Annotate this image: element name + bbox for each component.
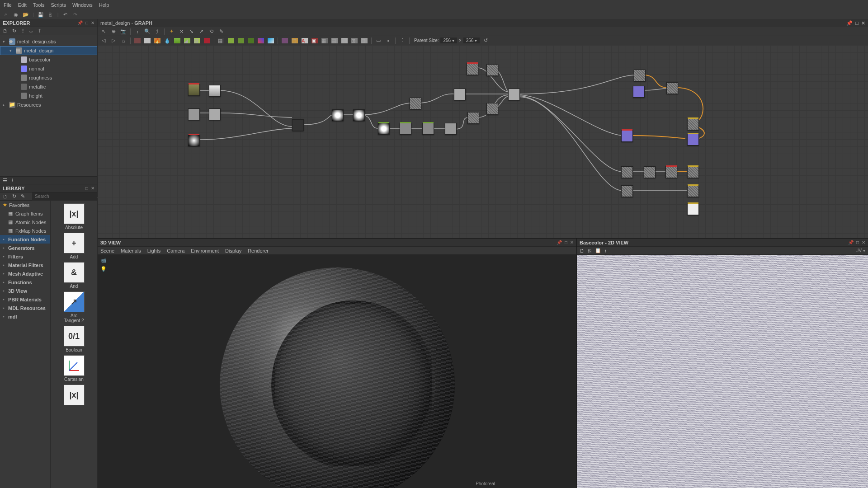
node[interactable] <box>454 89 466 100</box>
tree-graph-metal-design[interactable]: ▾ ▦ metal_design <box>0 46 97 55</box>
publish-icon[interactable]: ⬆ <box>38 28 42 34</box>
lib-item-arctan2[interactable]: ↗Arc Tangent 2 <box>63 291 85 323</box>
shuffle-icon[interactable]: ⤨ <box>177 28 185 35</box>
node[interactable] <box>209 108 221 120</box>
node[interactable] <box>400 123 411 135</box>
lib-item-add[interactable]: +Add <box>63 233 85 259</box>
pin-icon[interactable]: 📌 <box>77 20 83 25</box>
lib-cat-function-nodes[interactable]: ▸Function Nodes <box>0 235 50 244</box>
lib-item-and[interactable]: &And <box>63 262 85 289</box>
camera-icon[interactable]: 📷 <box>119 28 127 35</box>
maximize-icon[interactable]: □ <box>856 240 859 245</box>
swatch-12[interactable] <box>247 37 255 44</box>
home-icon[interactable]: ⌂ <box>119 37 127 44</box>
new-icon[interactable]: 🗋 <box>3 28 8 34</box>
swatch-22[interactable]: ⊞ <box>350 37 359 44</box>
parent-size-x[interactable]: 256 ▾ <box>440 38 457 43</box>
maximize-icon[interactable]: □ <box>565 240 567 245</box>
swatch-14[interactable] <box>267 37 275 44</box>
node[interactable] <box>508 89 520 100</box>
graph-canvas[interactable] <box>98 45 868 238</box>
swatch-7[interactable]: ▦ <box>193 37 201 44</box>
arrow-up-icon[interactable]: ↗ <box>197 28 205 35</box>
folder-open-icon[interactable]: 📂 <box>23 11 29 18</box>
lib-cat-mdl[interactable]: ▸mdl <box>0 312 50 321</box>
lib-cat-functions[interactable]: ▸Functions <box>0 278 50 286</box>
viewport-camera-icon[interactable]: 📹 <box>100 258 107 263</box>
branch-icon[interactable]: ⤴ <box>153 28 161 35</box>
node[interactable] <box>644 166 656 178</box>
swatch-19[interactable]: ▦ <box>321 37 329 44</box>
pointer-icon[interactable]: ↖ <box>99 28 108 35</box>
menu-tools[interactable]: Tools <box>33 2 45 8</box>
highlight-icon[interactable]: ✦ <box>167 28 175 35</box>
view3d-menu-renderer[interactable]: Renderer <box>248 248 269 253</box>
node[interactable] <box>621 185 633 197</box>
save-all-icon[interactable]: ⎘ <box>47 11 54 18</box>
edit-icon[interactable]: ✎ <box>21 193 25 199</box>
close-icon[interactable]: ✕ <box>91 186 94 191</box>
export-icon[interactable]: ⇪ <box>21 28 25 34</box>
tree-output-normal[interactable]: normal <box>0 64 97 73</box>
swatch-17[interactable]: A <box>301 37 309 44</box>
maximize-icon[interactable]: □ <box>85 186 88 191</box>
view2d-clipboard-icon[interactable]: 📋 <box>595 248 601 253</box>
tree-output-metallic[interactable]: metallic <box>0 82 97 91</box>
library-search-input[interactable] <box>32 194 95 199</box>
swatch-15[interactable] <box>281 37 289 44</box>
menu-windows[interactable]: Windows <box>72 2 93 8</box>
view3d-menu-environment[interactable]: Environment <box>191 248 219 253</box>
view3d-viewport[interactable]: 📹 💡 Photoreal <box>98 255 576 488</box>
tree-output-roughness[interactable]: roughness <box>0 73 97 82</box>
node[interactable] <box>188 135 200 146</box>
swatch-10[interactable] <box>227 37 235 44</box>
nav-right-icon[interactable]: ▷ <box>109 37 118 44</box>
refresh-icon[interactable]: ↻ <box>12 28 16 34</box>
wand-icon[interactable]: ✎ <box>217 28 225 35</box>
node[interactable] <box>666 82 678 94</box>
tree-output-height[interactable]: height <box>0 91 97 100</box>
swatch-11[interactable] <box>237 37 245 44</box>
node[interactable] <box>621 166 633 178</box>
io-icon[interactable]: ▪ <box>384 37 392 44</box>
link-icon[interactable]: ∞ <box>29 28 33 34</box>
pin-icon[interactable]: 📌 <box>557 240 562 245</box>
swatch-2[interactable] <box>143 37 151 44</box>
menu-file[interactable]: File <box>4 2 12 8</box>
viewport-light-icon[interactable]: 💡 <box>100 266 107 272</box>
lib-cat-generators[interactable]: ▸Generators <box>0 244 50 252</box>
menu-edit[interactable]: Edit <box>18 2 27 8</box>
view3d-menu-scene[interactable]: Scene <box>100 248 114 253</box>
parent-size-y[interactable]: 256 ▾ <box>463 38 480 43</box>
node-output[interactable] <box>687 118 699 130</box>
lib-cat-atomic-nodes[interactable]: ▦Atomic Nodes <box>0 218 50 226</box>
close-icon[interactable]: ✕ <box>862 240 865 245</box>
reset-size-icon[interactable]: ↺ <box>481 37 490 44</box>
node[interactable] <box>292 119 304 131</box>
node[interactable] <box>621 130 633 142</box>
node[interactable] <box>188 84 200 96</box>
maximize-icon[interactable]: □ <box>855 20 859 26</box>
lib-cat-3d-view[interactable]: ▸3D View <box>0 286 50 295</box>
swatch-20[interactable]: ▤ <box>330 37 339 44</box>
lib-cat-material-filters[interactable]: ▸Material Filters <box>0 261 50 269</box>
node-output[interactable] <box>687 134 699 145</box>
extra-icon[interactable]: ⋮ <box>398 37 406 44</box>
swatch-1[interactable] <box>133 37 142 44</box>
lib-item-extra[interactable]: |x| <box>63 385 85 405</box>
swatch-23[interactable]: ⊡ <box>360 37 368 44</box>
node[interactable] <box>486 64 498 76</box>
node[interactable] <box>486 103 498 115</box>
swatch-18[interactable]: ▣ <box>311 37 319 44</box>
undo-icon[interactable]: ↶ <box>62 11 69 18</box>
view2d-info-icon[interactable]: i <box>605 248 606 253</box>
lib-cat-fxmap-nodes[interactable]: ▦FxMap Nodes <box>0 226 50 235</box>
redo-icon[interactable]: ↷ <box>72 11 79 18</box>
lib-cat-mdl-resources[interactable]: ▸MDL Resources <box>0 304 50 312</box>
view2d-viewport[interactable] <box>577 255 868 488</box>
close-icon[interactable]: ✕ <box>91 20 94 25</box>
node[interactable] <box>209 85 221 97</box>
view3d-menu-camera[interactable]: Camera <box>167 248 184 253</box>
view3d-menu-lights[interactable]: Lights <box>147 248 160 253</box>
swatch-6[interactable]: ◢ <box>183 37 191 44</box>
